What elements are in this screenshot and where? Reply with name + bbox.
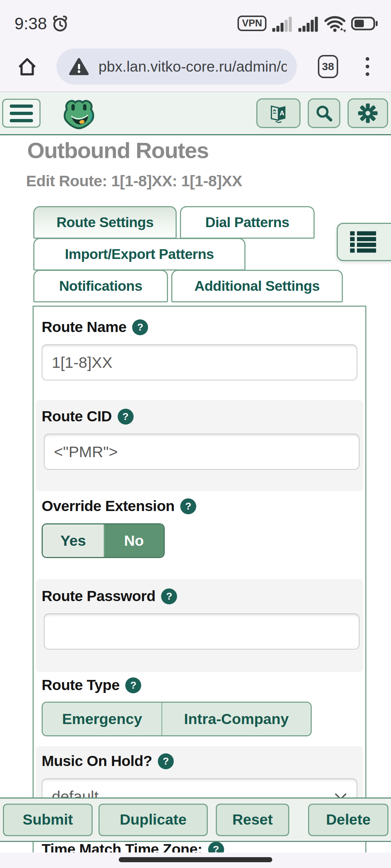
field-route-password: Route Password ? — [34, 579, 365, 672]
home-indicator[interactable] — [119, 857, 272, 862]
svg-text:A: A — [279, 109, 284, 117]
battery-icon — [351, 16, 378, 31]
form-action-bar: Submit Duplicate Reset Delete — [0, 797, 391, 842]
signal-icon-sim1 — [272, 15, 293, 32]
app-header: A — [0, 92, 391, 135]
route-type-emergency-button[interactable]: Emergency — [43, 703, 162, 735]
route-list-toggle-button[interactable] — [337, 223, 391, 261]
search-button[interactable] — [308, 98, 340, 128]
override-extension-toggle: Yes No — [42, 523, 165, 558]
alarm-icon — [51, 14, 70, 33]
url-bar[interactable]: pbx.lan.vitko-core.ru/admin/config — [56, 48, 297, 85]
route-cid-label: Route CID — [42, 408, 112, 425]
route-type-intra-company-button[interactable]: Intra-Company — [162, 703, 311, 735]
tab-dial-patterns[interactable]: Dial Patterns — [180, 206, 315, 239]
route-type-label: Route Type — [42, 677, 119, 694]
tab-switcher-button[interactable]: 38 — [318, 55, 338, 78]
route-cid-input[interactable] — [44, 434, 360, 470]
language-button[interactable]: A — [256, 98, 300, 128]
route-password-input[interactable] — [44, 613, 360, 650]
gear-icon — [358, 103, 378, 123]
help-icon[interactable]: ? — [132, 319, 148, 335]
tab-bar: Route Settings Dial Patterns Import/Expo… — [33, 207, 356, 302]
tab-import-export-patterns[interactable]: Import/Export Patterns — [33, 238, 245, 271]
duplicate-button[interactable]: Duplicate — [98, 804, 208, 836]
reset-button[interactable]: Reset — [216, 804, 289, 836]
system-navigation-bar — [0, 852, 391, 868]
freepbx-frog-logo[interactable] — [60, 94, 98, 132]
route-name-label: Route Name — [42, 319, 126, 336]
route-password-label: Route Password — [42, 588, 155, 605]
delete-button[interactable]: Delete — [308, 804, 388, 836]
url-text: pbx.lan.vitko-core.ru/admin/config — [98, 58, 287, 75]
tab-additional-settings[interactable]: Additional Settings — [171, 270, 343, 302]
override-extension-label: Override Extension — [42, 498, 175, 515]
list-icon — [350, 230, 378, 254]
help-icon[interactable]: ? — [161, 588, 177, 604]
vpn-badge: VPN — [237, 16, 266, 31]
phone-screen: 9:38 VPN — [0, 0, 391, 868]
route-type-button-group: Emergency Intra-Company — [42, 702, 312, 736]
insecure-warning-icon[interactable] — [69, 57, 89, 76]
hamburger-menu-button[interactable] — [2, 99, 41, 128]
override-extension-yes-button[interactable]: Yes — [43, 524, 104, 557]
page-title: Outbound Routes — [27, 137, 209, 163]
help-icon[interactable]: ? — [180, 498, 196, 514]
tab-route-settings[interactable]: Route Settings — [33, 206, 177, 239]
page-content: Outbound Routes Edit Route: 1[1-8]XX: 1[… — [0, 135, 391, 852]
wifi-icon — [324, 14, 346, 33]
settings-button[interactable] — [348, 98, 388, 128]
help-icon[interactable]: ? — [208, 842, 224, 853]
page-subtitle: Edit Route: 1[1-8]XX: 1[1-8]XX — [26, 172, 242, 190]
signal-icon-sim2 — [298, 15, 319, 32]
route-name-input[interactable] — [42, 344, 357, 380]
help-icon[interactable]: ? — [118, 409, 134, 425]
override-extension-no-button[interactable]: No — [104, 524, 164, 557]
browser-home-icon[interactable] — [16, 55, 38, 78]
browser-toolbar: pbx.lan.vitko-core.ru/admin/config 38 — [0, 42, 391, 92]
field-override-extension: Override Extension ? Yes No — [34, 491, 365, 579]
submit-button[interactable]: Submit — [3, 804, 93, 836]
music-on-hold-label: Music On Hold? — [42, 753, 152, 770]
field-route-name: Route Name ? — [34, 307, 365, 397]
time-match-time-zone-label: Time Match Time Zone: — [42, 841, 202, 852]
field-route-type: Route Type ? Emergency Intra-Company — [34, 672, 365, 746]
search-icon — [314, 103, 334, 123]
route-settings-panel: Route Name ? Route CID ? Override Extens… — [33, 306, 366, 852]
translate-icon: A — [268, 103, 289, 123]
help-icon[interactable]: ? — [158, 753, 174, 769]
clock-time: 9:38 — [14, 14, 47, 33]
tab-notifications[interactable]: Notifications — [33, 270, 168, 302]
field-route-cid: Route CID ? — [34, 397, 365, 491]
help-icon[interactable]: ? — [125, 677, 141, 693]
status-bar: 9:38 VPN — [0, 0, 391, 42]
browser-menu-icon[interactable] — [366, 57, 369, 76]
